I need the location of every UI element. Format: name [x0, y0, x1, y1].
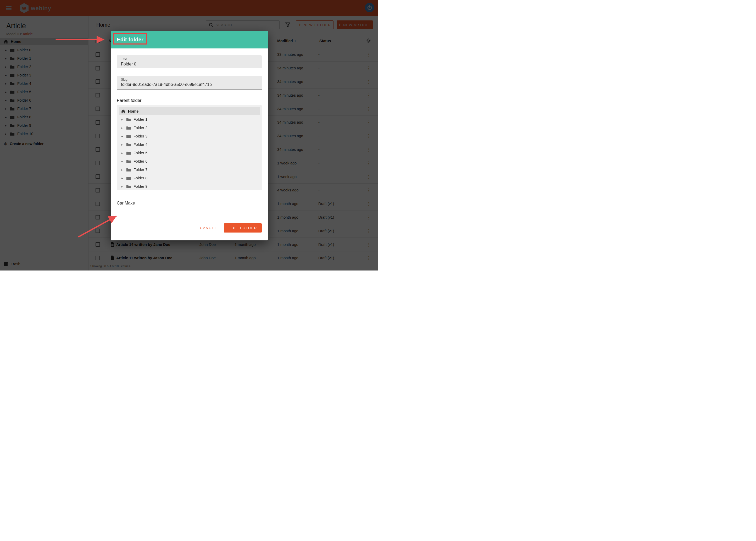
folder-icon — [126, 160, 131, 164]
folder-icon — [126, 185, 131, 189]
caret-right-icon[interactable]: ▸ — [122, 135, 125, 138]
tree-item-folder-5[interactable]: ▸Folder 5 — [119, 149, 260, 157]
footer-divider — [111, 217, 268, 217]
dialog-footer: CANCEL EDIT FOLDER — [117, 224, 262, 233]
tree-item-folder-8[interactable]: ▸Folder 8 — [119, 174, 260, 182]
caret-right-icon[interactable]: ▸ — [122, 168, 125, 172]
car-make-field[interactable]: Car Make — [117, 197, 262, 210]
title-field-value[interactable]: Folder 0 — [121, 62, 257, 67]
tree-item-home[interactable]: Home — [119, 107, 260, 115]
tree-item-folder-4[interactable]: ▸Folder 4 — [119, 140, 260, 149]
folder-icon — [126, 126, 131, 130]
tree-item-folder-2[interactable]: ▸Folder 2 — [119, 124, 260, 132]
home-icon — [121, 110, 125, 113]
folder-icon — [126, 151, 131, 155]
dialog-header: Edit folder — [111, 31, 268, 48]
folder-icon — [126, 168, 131, 172]
caret-right-icon[interactable]: ▸ — [122, 151, 125, 155]
edit-folder-dialog: Edit folder Title Folder 0 Slug folder-8… — [111, 31, 268, 241]
tree-item-folder-3[interactable]: ▸Folder 3 — [119, 132, 260, 140]
folder-icon — [126, 143, 131, 147]
tree-item-folder-1[interactable]: ▸Folder 1 — [119, 115, 260, 124]
caret-right-icon[interactable]: ▸ — [122, 118, 125, 121]
edit-folder-submit-button[interactable]: EDIT FOLDER — [224, 224, 262, 233]
caret-right-icon[interactable]: ▸ — [122, 143, 125, 146]
caret-right-icon[interactable]: ▸ — [122, 126, 125, 130]
title-field[interactable]: Title Folder 0 — [117, 55, 262, 68]
folder-icon — [126, 176, 131, 180]
tree-item-folder-7[interactable]: ▸Folder 7 — [119, 166, 260, 174]
slug-field[interactable]: Slug folder-8d01eadd-7a18-4dbb-a500-e695… — [117, 76, 262, 90]
tree-item-folder-9[interactable]: ▸Folder 9 — [119, 182, 260, 190]
parent-folder-label: Parent folder — [117, 98, 262, 103]
cancel-button[interactable]: CANCEL — [200, 226, 217, 230]
tree-item-folder-6[interactable]: ▸Folder 6 — [119, 157, 260, 166]
car-make-value[interactable]: Car Make — [117, 201, 135, 206]
dialog-title: Edit folder — [117, 37, 144, 43]
folder-icon — [126, 134, 131, 138]
caret-right-icon[interactable]: ▸ — [122, 160, 125, 163]
slug-field-value[interactable]: folder-8d01eadd-7a18-4dbb-a500-e695e1af4… — [121, 82, 257, 87]
parent-folder-tree: Home ▸Folder 1 ▸Folder 2 ▸Folder 3 ▸Fold… — [117, 105, 262, 190]
folder-icon — [126, 118, 131, 122]
caret-right-icon[interactable]: ▸ — [122, 177, 125, 180]
caret-right-icon[interactable]: ▸ — [122, 185, 125, 188]
